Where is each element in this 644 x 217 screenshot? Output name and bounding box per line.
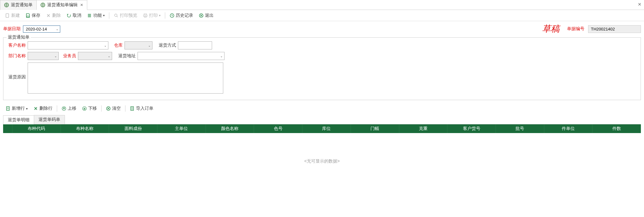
globe-icon <box>4 2 9 7</box>
list-icon <box>87 13 92 18</box>
svg-rect-10 <box>7 107 9 110</box>
globe-icon <box>40 2 45 7</box>
history-button[interactable]: 历史记录 <box>167 12 196 20</box>
close-all-tabs-icon[interactable]: ✕ <box>638 2 642 7</box>
separator <box>57 105 57 112</box>
grid-col-header[interactable]: 客户货号 <box>447 124 496 133</box>
tab-label: 退货单码单 <box>39 117 60 122</box>
add-row-button[interactable]: 新增行 ▾ <box>3 104 30 113</box>
tab-close-icon[interactable]: ✕ <box>80 3 83 7</box>
form-legend: 退货通知单 <box>7 35 31 40</box>
grid-col-header[interactable]: 库位 <box>302 124 351 133</box>
button-label: 打印 <box>149 13 158 18</box>
cancel-button[interactable]: 取消 <box>64 12 84 20</box>
save-icon <box>25 13 30 18</box>
doc-no-label: 单据编号 <box>567 26 584 32</box>
tab-return-code[interactable]: 退货单码单 <box>34 115 65 124</box>
save-button[interactable]: 保存 <box>23 12 43 20</box>
detail-grid: 布种代码 布种名称 面料成份 主单位 颜色名称 色号 库位 门幅 克重 客户货号… <box>3 124 641 164</box>
document-header: 单据日期 ⌄ 草稿 单据编号 <box>0 21 644 37</box>
salesman-label: 业务员 <box>61 53 76 59</box>
button-label: 清空 <box>112 106 121 111</box>
button-label: 保存 <box>32 13 40 18</box>
exit-button[interactable]: 退出 <box>196 12 216 20</box>
button-label: 删除行 <box>39 106 52 111</box>
date-input[interactable] <box>23 25 60 33</box>
search-icon <box>114 13 119 18</box>
delete-icon <box>33 106 38 111</box>
grid-col-header[interactable]: 颜色名称 <box>206 124 254 133</box>
chevron-down-icon: ▾ <box>159 14 161 17</box>
grid-col-header[interactable]: 克重 <box>399 124 448 133</box>
button-label: 新建 <box>11 13 20 18</box>
add-row-icon <box>6 106 11 111</box>
button-label: 取消 <box>73 13 81 18</box>
arrow-up-icon <box>61 106 66 111</box>
undo-icon <box>66 13 71 18</box>
button-label: 功能 <box>93 13 102 18</box>
import-order-button[interactable]: 导入订单 <box>127 104 156 113</box>
svg-rect-3 <box>27 16 29 17</box>
delete-row-button[interactable]: 删除行 <box>31 104 55 113</box>
button-label: 导入订单 <box>136 106 153 111</box>
button-label: 删除 <box>52 13 61 18</box>
file-icon <box>5 13 10 18</box>
doc-no-field <box>588 25 641 33</box>
grid-col-header[interactable]: 主单位 <box>157 124 206 133</box>
print-preview-button[interactable]: 打印预览 <box>111 12 140 20</box>
return-addr-select[interactable] <box>138 52 224 60</box>
grid-col-header[interactable]: 面料成份 <box>109 124 157 133</box>
separator <box>109 12 109 19</box>
grid-col-header[interactable]: 件数 <box>592 124 641 133</box>
chevron-down-icon: ▾ <box>26 107 28 110</box>
grid-col-header[interactable]: 布种代码 <box>12 124 61 133</box>
button-label: 下移 <box>88 106 97 111</box>
grid-col-header[interactable]: 批号 <box>496 124 544 133</box>
new-button[interactable]: 新建 <box>2 12 22 20</box>
clear-button[interactable]: 清空 <box>103 104 123 113</box>
button-label: 打印预览 <box>120 13 137 18</box>
return-method-label: 退货方式 <box>154 43 176 48</box>
status-badge: 草稿 <box>542 23 560 35</box>
move-down-button[interactable]: 下移 <box>79 104 99 113</box>
arrow-down-icon <box>82 106 87 111</box>
grid-col-header[interactable]: 门幅 <box>351 124 399 133</box>
salesman-select[interactable] <box>78 52 112 60</box>
functions-button[interactable]: 功能 ▾ <box>84 12 107 20</box>
main-toolbar: 新建 保存 删除 取消 功能 ▾ 打印预览 打印 ▾ <box>0 10 644 21</box>
button-label: 新增行 <box>12 106 25 111</box>
tab-return-notice[interactable]: 退货通知单 <box>0 0 37 10</box>
dept-label: 部门名称 <box>7 53 26 59</box>
detail-tabs: 退货单明细 退货单码单 <box>3 115 641 124</box>
return-notice-form: 退货通知单 客户名称 ⌄ 仓库 ⌄ 退货方式 部门名称 ⌄ 业务员 ⌄ 退货地址… <box>3 37 641 100</box>
delete-button[interactable]: 删除 <box>43 12 63 20</box>
tab-label: 退货单明细 <box>8 117 29 122</box>
detail-toolbar: 新增行 ▾ 删除行 上移 下移 清空 导入订单 <box>0 103 644 114</box>
svg-rect-5 <box>144 14 147 15</box>
grid-col-header[interactable]: 布种名称 <box>61 124 109 133</box>
tab-label: 退货通知单编辑 <box>47 2 78 8</box>
return-addr-label: 退货地址 <box>114 53 136 59</box>
tab-return-detail[interactable]: 退货单明细 <box>3 115 34 124</box>
grid-col-header[interactable]: 件单位 <box>544 124 593 133</box>
button-label: 上移 <box>68 106 76 111</box>
print-button[interactable]: 打印 ▾ <box>140 12 163 20</box>
warehouse-label: 仓库 <box>110 43 123 48</box>
print-icon <box>143 13 148 18</box>
exit-icon <box>199 13 204 18</box>
grid-row-header <box>3 124 12 133</box>
return-reason-textarea[interactable] <box>28 62 223 94</box>
app-tabs-bar: 退货通知单 退货通知单编辑 ✕ ✕ <box>0 0 644 10</box>
separator <box>101 105 102 112</box>
separator <box>125 105 125 112</box>
button-label: 退出 <box>205 13 214 18</box>
customer-select[interactable] <box>28 41 108 49</box>
tab-return-notice-edit[interactable]: 退货通知单编辑 ✕ <box>36 0 87 10</box>
move-up-button[interactable]: 上移 <box>59 104 79 113</box>
warehouse-select[interactable] <box>125 41 152 49</box>
grid-col-header[interactable]: 色号 <box>254 124 302 133</box>
return-method-input[interactable] <box>178 41 212 49</box>
dept-select[interactable] <box>28 52 59 60</box>
customer-label: 客户名称 <box>7 43 26 48</box>
separator <box>165 12 165 19</box>
